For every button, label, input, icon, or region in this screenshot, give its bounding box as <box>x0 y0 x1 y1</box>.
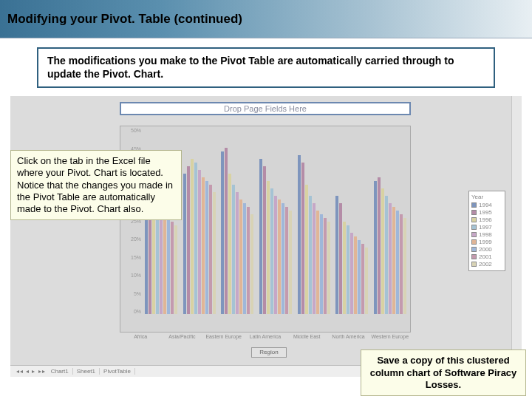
y-tick: 20% <box>120 236 141 242</box>
sheet-tab[interactable]: Sheet1 <box>73 368 100 375</box>
bar[interactable] <box>335 196 338 314</box>
bar[interactable] <box>174 225 177 314</box>
bar[interactable] <box>278 200 281 314</box>
bar[interactable] <box>350 233 353 314</box>
bar[interactable] <box>202 177 205 314</box>
bar[interactable] <box>167 218 170 314</box>
pivot-field-region-button[interactable]: Region <box>251 347 287 358</box>
bar[interactable] <box>358 240 361 314</box>
bar[interactable] <box>228 174 231 314</box>
y-tick: 10% <box>120 273 141 278</box>
bar[interactable] <box>374 181 377 314</box>
tab-nav-arrows[interactable]: ◂◂ ◂ ▸ ▸▸ <box>16 368 46 375</box>
bar[interactable] <box>221 151 224 314</box>
pivot-drop-page-fields[interactable]: Drop Page Fields Here <box>120 102 411 115</box>
bar[interactable] <box>191 159 194 314</box>
legend-label: 1999 <box>479 239 492 245</box>
legend-swatch <box>471 254 477 259</box>
bar[interactable] <box>289 211 292 314</box>
bar[interactable] <box>305 185 308 314</box>
bar[interactable] <box>198 170 201 314</box>
bar[interactable] <box>298 155 301 314</box>
bar[interactable] <box>381 188 384 314</box>
bar[interactable] <box>347 225 349 314</box>
bar[interactable] <box>385 196 388 314</box>
bar[interactable] <box>378 177 381 314</box>
legend-swatch <box>471 217 477 222</box>
bar[interactable] <box>365 248 368 314</box>
vertical-scrollbar[interactable] <box>511 96 522 365</box>
bar[interactable] <box>232 185 235 314</box>
bar[interactable] <box>316 211 319 314</box>
bar[interactable] <box>194 163 197 314</box>
bar[interactable] <box>263 166 266 314</box>
legend-label: 1995 <box>479 209 492 216</box>
legend-swatch <box>471 225 477 230</box>
bar[interactable] <box>160 211 163 314</box>
callout-left: Click on the tab in the Excel file where… <box>10 150 182 220</box>
excel-chart-sheet: Drop Page Fields Here 50%45%40%35%30%25%… <box>10 96 522 377</box>
bar[interactable] <box>343 222 346 314</box>
bar[interactable] <box>183 174 186 314</box>
bar[interactable] <box>361 244 364 314</box>
bar[interactable] <box>327 222 330 314</box>
bar[interactable] <box>400 214 403 314</box>
bar[interactable] <box>389 203 392 314</box>
y-tick: 0% <box>120 309 141 314</box>
bar[interactable] <box>339 203 342 314</box>
legend-item: 1999 <box>471 239 502 245</box>
category-label: Eastern Europe <box>203 334 245 344</box>
bar[interactable] <box>247 207 250 314</box>
y-tick: 5% <box>120 291 141 296</box>
bar[interactable] <box>243 203 246 314</box>
bar[interactable] <box>270 188 273 314</box>
bar-group <box>220 129 254 314</box>
legend-item: 1998 <box>471 231 502 238</box>
legend-item: 1995 <box>471 209 502 216</box>
legend-item: 2000 <box>471 246 502 253</box>
bar[interactable] <box>213 192 216 314</box>
bar[interactable] <box>309 196 312 314</box>
bar[interactable] <box>396 211 399 314</box>
bar[interactable] <box>259 159 262 314</box>
bar[interactable] <box>239 200 242 314</box>
sheet-tab[interactable]: Chart1 <box>47 368 73 375</box>
bars-container <box>144 129 407 314</box>
sheet-tab[interactable]: PivotTable <box>100 368 135 375</box>
bar[interactable] <box>267 181 270 314</box>
bar[interactable] <box>285 207 288 314</box>
legend-label: 1997 <box>479 224 492 231</box>
legend-swatch <box>471 202 477 208</box>
x-axis-categories: AfricaAsia/PacificEastern EuropeLatin Am… <box>120 334 411 344</box>
bar[interactable] <box>313 203 316 314</box>
legend-swatch <box>471 239 477 245</box>
legend-label: 1996 <box>479 216 492 223</box>
bar[interactable] <box>209 185 212 314</box>
legend-item: 2002 <box>471 261 502 267</box>
bar-group <box>297 129 331 314</box>
bar[interactable] <box>205 181 208 314</box>
bar[interactable] <box>282 203 284 314</box>
bar[interactable] <box>225 148 228 314</box>
bar[interactable] <box>301 163 304 314</box>
legend-label: 2000 <box>479 246 492 253</box>
legend-title: Year <box>471 194 502 200</box>
bar[interactable] <box>403 218 406 314</box>
legend-label: 2001 <box>479 253 492 260</box>
bar[interactable] <box>171 222 174 314</box>
bar[interactable] <box>250 214 253 314</box>
bar[interactable] <box>320 214 323 314</box>
category-label: Africa <box>120 334 161 344</box>
bar[interactable] <box>236 192 239 314</box>
legend-item: 2001 <box>471 253 502 260</box>
bar-group <box>259 129 293 314</box>
bar[interactable] <box>354 236 357 314</box>
category-label: Asia/Pacific <box>161 334 202 344</box>
category-label: Latin America <box>245 334 286 344</box>
bar[interactable] <box>274 196 277 314</box>
bar[interactable] <box>324 218 327 314</box>
legend-swatch <box>471 232 477 237</box>
bar[interactable] <box>163 214 166 314</box>
bar[interactable] <box>187 166 190 314</box>
bar[interactable] <box>392 207 395 314</box>
